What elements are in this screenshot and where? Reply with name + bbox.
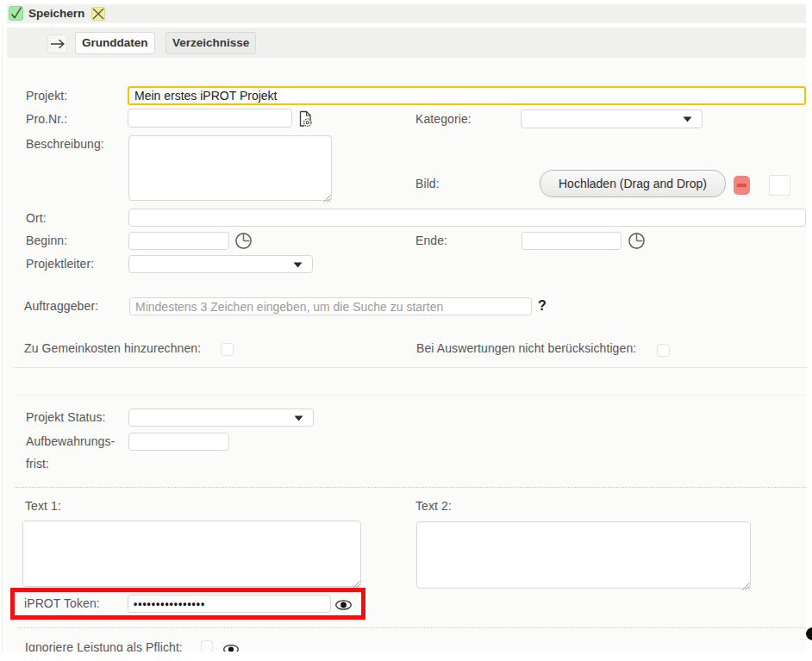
- projekt-status-select[interactable]: [128, 408, 314, 427]
- pronr-input[interactable]: [128, 109, 292, 128]
- text2-textarea[interactable]: [416, 521, 751, 589]
- ort-input[interactable]: [128, 209, 806, 227]
- remove-image-button[interactable]: [734, 176, 750, 195]
- gemeinkosten-label: Zu Gemeinkosten hinzurechnen:: [24, 340, 201, 357]
- beschreibung-label: Beschreibung:: [26, 136, 104, 153]
- dotted-divider: [16, 487, 807, 488]
- iprot-token-input[interactable]: [128, 595, 331, 613]
- projekt-label: Projekt:: [26, 88, 67, 104]
- ort-label: Ort:: [26, 210, 47, 227]
- tab-grunddaten[interactable]: Grunddaten: [75, 32, 155, 54]
- app-window: Speichern Grunddaten Verzeichnisse Proje…: [0, 0, 812, 661]
- bild-label: Bild:: [415, 176, 440, 192]
- text2-label: Text 2:: [415, 498, 452, 514]
- aufbewahrungsfrist-label-line1: Aufbewahrungs-: [26, 433, 115, 450]
- aufbewahrungsfrist-label-line2: frist:: [26, 456, 49, 472]
- tab-bar: Grunddaten Verzeichnisse: [7, 28, 806, 58]
- caret-down-icon: [683, 116, 692, 122]
- beginn-input[interactable]: [128, 232, 229, 250]
- arrow-right-icon: [50, 39, 66, 49]
- text1-textarea[interactable]: [22, 521, 361, 587]
- ende-label: Ende:: [415, 233, 447, 249]
- eye-icon[interactable]: [223, 643, 239, 652]
- toolbar: Speichern: [7, 4, 806, 23]
- image-preview-box: [769, 175, 790, 196]
- save-button[interactable]: Speichern: [28, 5, 84, 22]
- auftraggeber-input[interactable]: [129, 297, 532, 315]
- dotted-divider: [17, 627, 806, 628]
- beschreibung-textarea[interactable]: [128, 135, 332, 201]
- kategorie-label: Kategorie:: [415, 111, 472, 128]
- kategorie-select[interactable]: [521, 109, 703, 128]
- beginn-clock-icon[interactable]: [234, 232, 253, 253]
- beginn-label: Beginn:: [26, 233, 67, 249]
- auftraggeber-label: Auftraggeber:: [24, 298, 98, 315]
- section-divider: [15, 367, 808, 368]
- gemeinkosten-checkbox[interactable]: [221, 343, 234, 356]
- back-arrow-button[interactable]: [47, 34, 67, 53]
- projekt-status-label: Projekt Status:: [26, 409, 106, 426]
- text1-label: Text 1:: [25, 498, 61, 514]
- auswertungen-checkbox[interactable]: [657, 344, 670, 357]
- projektleiter-label: Projektleiter:: [26, 256, 94, 272]
- ignoriere-leistung-label: Ignoriere Leistung als Pflicht:: [25, 640, 183, 652]
- section-divider-faint: [15, 395, 808, 396]
- caret-down-icon: [293, 262, 303, 268]
- projekt-input[interactable]: [128, 86, 806, 105]
- help-question-mark[interactable]: ?: [538, 296, 547, 315]
- close-icon[interactable]: [91, 7, 105, 23]
- generate-number-icon[interactable]: [299, 110, 313, 130]
- auswertungen-label: Bei Auswertungen nicht berücksichtigen:: [416, 340, 636, 357]
- caret-down-icon: [294, 415, 303, 421]
- tab-verzeichnisse[interactable]: Verzeichnisse: [166, 32, 256, 54]
- window-edge-line: [2, 24, 3, 652]
- aufbewahrungsfrist-input[interactable]: [128, 433, 229, 451]
- ignoriere-leistung-checkbox[interactable]: [201, 640, 213, 652]
- minus-icon: [737, 184, 746, 187]
- save-check-icon[interactable]: [9, 6, 23, 23]
- iprot-token-label: iPROT Token:: [24, 596, 100, 612]
- show-password-eye-icon[interactable]: [335, 599, 352, 613]
- floating-action-button[interactable]: [806, 627, 812, 640]
- ende-clock-icon[interactable]: [628, 232, 646, 253]
- bottom-row-clip: Ignoriere Leistung als Pflicht:: [7, 638, 806, 652]
- upload-button[interactable]: Hochladen (Drag and Drop): [540, 170, 726, 197]
- projektleiter-select[interactable]: [128, 255, 313, 273]
- pronr-label: Pro.Nr.:: [26, 111, 67, 128]
- ende-input[interactable]: [522, 232, 621, 250]
